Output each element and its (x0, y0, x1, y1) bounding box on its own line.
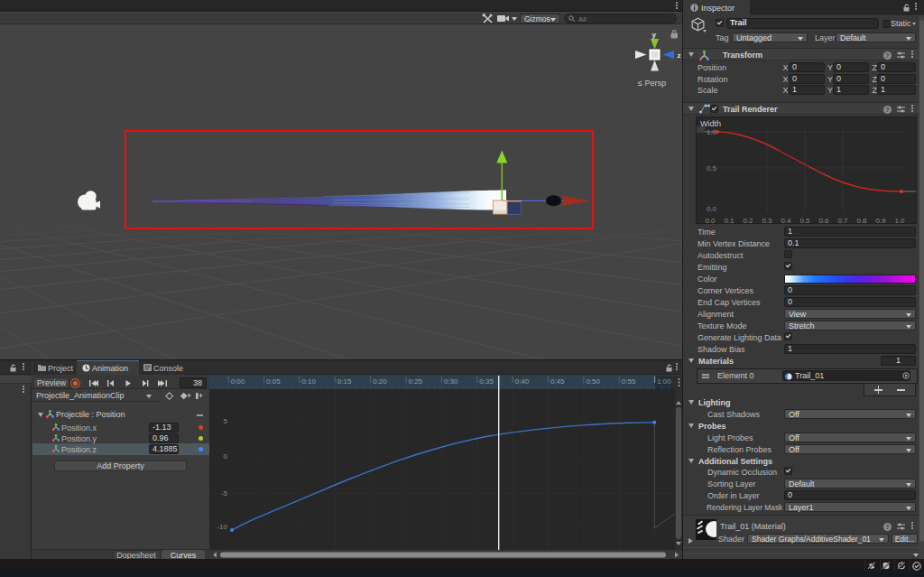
svg-text:0:15: 0:15 (337, 377, 352, 386)
svg-text:0.6: 0.6 (818, 217, 829, 225)
svg-text:1:00: 1:00 (657, 377, 671, 386)
svg-text:5: 5 (224, 417, 228, 425)
svg-text:0:45: 0:45 (550, 377, 565, 386)
svg-text:1.0: 1.0 (707, 128, 717, 136)
svg-text:0.1: 0.1 (724, 217, 735, 225)
svg-text:-5: -5 (221, 489, 228, 498)
svg-text:y: y (652, 31, 657, 39)
svg-text:0:40: 0:40 (515, 377, 530, 386)
svg-text:0:00: 0:00 (231, 377, 245, 386)
svg-text:0.5: 0.5 (799, 217, 810, 225)
svg-text:z: z (678, 51, 681, 60)
svg-text:0.0: 0.0 (707, 205, 717, 213)
svg-text:0.4: 0.4 (781, 217, 791, 225)
svg-text:0:55: 0:55 (622, 377, 636, 386)
svg-text:0:50: 0:50 (586, 377, 600, 386)
svg-text:0.7: 0.7 (837, 217, 848, 225)
svg-text:0.8: 0.8 (856, 217, 867, 225)
svg-text:0.0: 0.0 (705, 217, 716, 225)
svg-text:1.0: 1.0 (894, 217, 905, 225)
svg-text:0.9: 0.9 (875, 217, 886, 225)
svg-text:0.5: 0.5 (707, 164, 717, 172)
svg-text:0:05: 0:05 (266, 377, 281, 386)
svg-text:0: 0 (224, 452, 228, 461)
svg-text:0:10: 0:10 (301, 377, 316, 386)
svg-text:0:20: 0:20 (373, 377, 387, 386)
svg-text:0:30: 0:30 (444, 377, 458, 386)
svg-text:0:35: 0:35 (479, 377, 494, 386)
svg-text:≤ Persp: ≤ Persp (638, 79, 666, 88)
svg-text:-10: -10 (217, 523, 227, 531)
svg-text:0.2: 0.2 (743, 217, 753, 225)
svg-text:0:25: 0:25 (409, 377, 423, 386)
svg-text:0.3: 0.3 (762, 217, 772, 225)
